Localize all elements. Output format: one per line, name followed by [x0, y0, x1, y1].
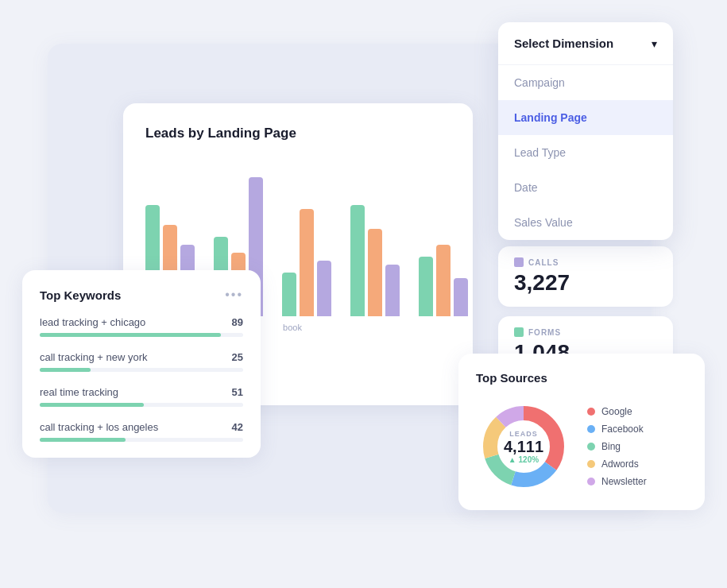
- chevron-down-icon: ▾: [652, 37, 657, 50]
- keyword-text-3: real time tracking: [40, 386, 118, 398]
- keyword-row-2: call tracking + new york 25: [40, 351, 243, 372]
- keyword-bar-bg-3: [40, 403, 243, 407]
- bar-purple-3: [317, 261, 331, 316]
- donut-leads-value: 4,111: [504, 438, 543, 455]
- legend-label-bing: Bing: [601, 441, 621, 452]
- select-dimension-dropdown[interactable]: Select Dimension ▾ Campaign Landing Page…: [498, 22, 673, 240]
- keyword-count-4: 42: [232, 421, 243, 433]
- donut-chart-wrapper: LEADS 4,111 ▲ 120%: [476, 399, 571, 494]
- keyword-count-2: 25: [232, 351, 243, 363]
- bar-group-4: [350, 205, 400, 316]
- bar-green-4: [350, 205, 365, 316]
- keyword-text-1: lead tracking + chicago: [40, 316, 145, 328]
- sources-body: LEADS 4,111 ▲ 120% Google Facebook Bing …: [476, 399, 687, 494]
- forms-dot: [514, 327, 524, 337]
- keyword-bar-fill-3: [40, 403, 144, 407]
- keyword-bar-bg-4: [40, 438, 243, 442]
- legend-dot-google: [587, 408, 595, 416]
- legend-label-google: Google: [601, 406, 632, 417]
- leads-card-title: Leads by Landing Page: [145, 126, 451, 141]
- bar-group-3: [282, 209, 331, 316]
- calls-stat-block: CALLS 3,227: [498, 246, 673, 307]
- sources-legend: Google Facebook Bing Adwords Newsletter: [587, 406, 647, 487]
- legend-label-newsletter: Newsletter: [601, 476, 647, 487]
- legend-item-adwords: Adwords: [587, 458, 647, 470]
- donut-center: LEADS 4,111 ▲ 120%: [504, 430, 543, 464]
- legend-item-google: Google: [587, 406, 647, 417]
- sources-title: Top Sources: [476, 371, 687, 385]
- dropdown-item-landing-page[interactable]: Landing Page: [498, 100, 673, 135]
- donut-leads-label: LEADS: [504, 430, 543, 438]
- bar-purple-5: [454, 278, 468, 316]
- keyword-text-4: call tracking + los angeles: [40, 421, 158, 433]
- legend-dot-adwords: [587, 460, 595, 468]
- keyword-row-3: real time tracking 51: [40, 386, 243, 407]
- legend-label-facebook: Facebook: [601, 424, 644, 435]
- legend-item-facebook: Facebook: [587, 424, 647, 435]
- select-dimension-header[interactable]: Select Dimension ▾: [498, 22, 673, 65]
- bar-orange-5: [436, 245, 451, 316]
- dropdown-item-campaign[interactable]: Campaign: [498, 65, 673, 100]
- legend-label-adwords: Adwords: [601, 458, 639, 470]
- keyword-count-3: 51: [232, 386, 243, 398]
- donut-change: ▲ 120%: [504, 455, 543, 464]
- legend-dot-newsletter: [587, 478, 595, 485]
- legend-dot-facebook: [587, 425, 595, 433]
- dropdown-item-lead-type[interactable]: Lead Type: [498, 135, 673, 170]
- keyword-text-2: call tracking + new york: [40, 351, 147, 363]
- keyword-row-1: lead tracking + chicago 89: [40, 316, 243, 337]
- bar-purple-4: [385, 265, 400, 316]
- calls-value: 3,227: [514, 270, 657, 296]
- dropdown-item-sales-value[interactable]: Sales Value: [498, 205, 673, 240]
- bar-orange-4: [368, 229, 382, 316]
- calls-dot: [514, 257, 524, 267]
- more-options-icon[interactable]: •••: [225, 288, 243, 302]
- keywords-card: Top Keywords ••• lead tracking + chicago…: [22, 270, 261, 458]
- keyword-bar-bg-1: [40, 333, 243, 337]
- keyword-bar-bg-2: [40, 368, 243, 372]
- dropdown-item-date[interactable]: Date: [498, 170, 673, 205]
- select-dimension-title: Select Dimension: [514, 37, 613, 50]
- bar-group-5: [419, 245, 468, 316]
- calls-label: CALLS: [514, 257, 657, 267]
- sources-card: Top Sources LEADS 4,111 ▲ 120%: [458, 354, 705, 510]
- bar-green-5: [419, 257, 433, 316]
- keywords-header: Top Keywords •••: [40, 288, 243, 302]
- keyword-row-4: call tracking + los angeles 42: [40, 421, 243, 442]
- bar-green-3: [282, 273, 296, 316]
- legend-item-bing: Bing: [587, 441, 647, 452]
- legend-item-newsletter: Newsletter: [587, 476, 647, 487]
- keyword-bar-fill-4: [40, 438, 126, 442]
- keyword-bar-fill-2: [40, 368, 91, 372]
- keyword-count-1: 89: [232, 316, 243, 328]
- bar-orange-3: [300, 209, 314, 316]
- keywords-title: Top Keywords: [40, 288, 121, 302]
- legend-dot-bing: [587, 443, 595, 451]
- forms-label: FORMS: [514, 327, 657, 337]
- keyword-bar-fill-1: [40, 333, 221, 337]
